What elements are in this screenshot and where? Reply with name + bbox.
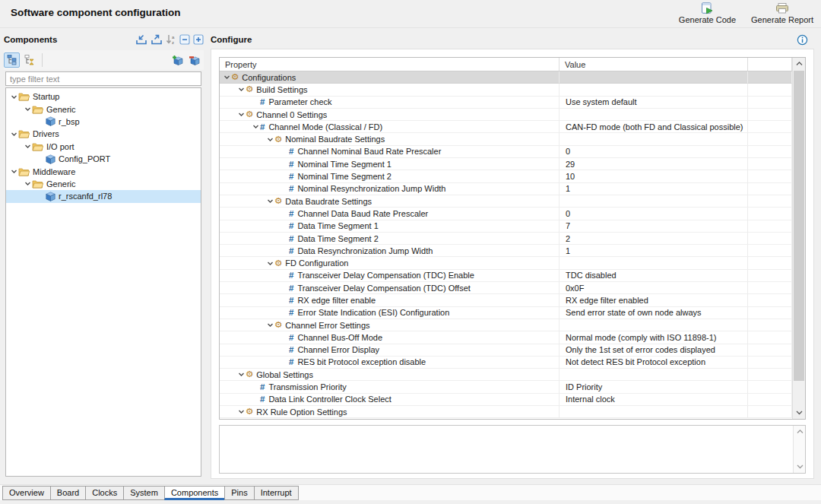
value-cell[interactable] [559,84,748,96]
value-cell[interactable]: ID Priority [559,381,748,393]
chevron-down-icon[interactable] [266,260,274,267]
value-cell[interactable] [559,369,748,381]
value-cell[interactable]: 0 [559,146,748,158]
value-cell[interactable]: Only the 1st set of error codes displaye… [559,344,748,357]
config-row-channel-nominal-baud-rate-prescaler[interactable]: #Channel Nominal Baud Rate Prescaler0 [220,146,792,158]
flat-view-icon[interactable] [4,52,20,68]
chevron-down-icon[interactable] [266,198,274,204]
config-row-nominal-time-segment-2[interactable]: #Nominal Time Segment 210 [220,170,792,182]
collapse-all-icon[interactable] [179,34,190,45]
tree-item-r-bsp[interactable]: r_bsp [6,116,201,128]
value-cell[interactable] [559,71,748,84]
chevron-down-icon[interactable] [266,136,274,143]
chevron-down-icon[interactable] [237,371,246,378]
tree-item-middleware[interactable]: Middleware [6,165,201,177]
value-cell[interactable]: 2 [559,233,748,245]
value-cell[interactable]: 0x0F [559,282,748,294]
import-icon[interactable] [135,34,147,45]
expand-all-icon[interactable] [193,34,204,45]
value-cell[interactable]: TDC disabled [559,270,748,282]
value-cell[interactable]: 1 [559,183,748,195]
config-row-res-bit-protocol-exception-disable[interactable]: #RES bit Protocol exception disableNot d… [220,357,792,369]
config-row-data-baudrate-settings[interactable]: ⚙Data Baudrate Settings [220,195,792,208]
info-icon[interactable] [797,34,808,46]
config-row-transceiver-delay-compensation-tdc-enable[interactable]: #Transceiver Delay Compensation (TDC) En… [220,270,792,282]
tree-item-generic[interactable]: Generic [6,178,201,190]
config-row-data-link-controller-clock-select[interactable]: #Data Link Controller Clock SelectIntern… [220,394,792,406]
add-component-icon[interactable] [172,55,184,66]
value-cell[interactable]: Internal clock [559,394,748,406]
chevron-down-icon[interactable] [24,180,32,187]
tab-components[interactable]: Components [164,486,225,500]
config-row-channel-data-baud-rate-prescaler[interactable]: #Channel Data Baud Rate Prescaler0 [220,208,792,220]
tab-board[interactable]: Board [50,486,86,500]
value-cell[interactable] [559,257,748,269]
value-cell[interactable]: 7 [559,220,748,233]
config-row-configurations[interactable]: ⚙Configurations [220,71,792,84]
value-cell[interactable]: Normal mode (comply with ISO 11898-1) [559,331,748,344]
chevron-down-icon[interactable] [223,74,231,81]
table-scrollbar[interactable] [792,58,805,419]
value-cell[interactable]: Send error state of own node always [559,307,748,319]
tree-item-r-rscanfd-rl78[interactable]: r_rscanfd_rl78 [6,190,201,202]
config-row-nominal-baudrate-settings[interactable]: ⚙Nominal Baudrate Settings [220,133,792,145]
chevron-down-icon[interactable] [237,408,246,415]
config-row-transmission-priority[interactable]: #Transmission PriorityID Priority [220,381,792,393]
sort-az-icon[interactable]: a z [166,34,176,45]
value-cell[interactable]: 0 [559,208,748,220]
tree-item-drivers[interactable]: Drivers [6,128,201,140]
chevron-down-icon[interactable] [237,111,246,118]
value-cell[interactable] [559,133,748,145]
value-cell[interactable] [559,109,748,121]
column-header-value[interactable]: Value [559,58,748,71]
chevron-down-icon[interactable] [24,106,32,113]
chevron-down-icon[interactable] [10,94,18,100]
config-row-fd-configuration[interactable]: ⚙FD Configuration [220,257,792,269]
remove-component-icon[interactable] [189,55,201,66]
tab-interrupt[interactable]: Interrupt [254,486,299,500]
config-row-rx-edge-filter-enable[interactable]: #RX edge filter enableRX edge filter ena… [220,294,792,306]
config-row-channel-error-settings[interactable]: ⚙Channel Error Settings [220,319,792,331]
value-cell[interactable]: Use system default [559,97,748,109]
config-row-channel-mode-classical-fd[interactable]: #Channel Mode (Classical / FD)CAN-FD mod… [220,121,792,133]
config-row-global-settings[interactable]: ⚙Global Settings [220,369,792,381]
chevron-down-icon[interactable] [252,123,260,130]
config-row-nominal-time-segment-1[interactable]: #Nominal Time Segment 129 [220,158,792,170]
value-cell[interactable]: 1 [559,245,748,257]
value-cell[interactable]: RX edge filter enabled [559,294,748,306]
tab-overview[interactable]: Overview [2,486,51,500]
scroll-up-icon[interactable] [793,58,805,70]
chevron-down-icon[interactable] [10,168,18,175]
config-row-build-settings[interactable]: ⚙Build Settings [220,84,792,96]
tree-item-generic[interactable]: Generic [6,103,201,115]
tree-item-config-port[interactable]: Config_PORT [6,153,201,165]
config-row-rx-rule-option-settings[interactable]: ⚙RX Rule Option Settings [220,406,792,418]
chevron-down-icon[interactable] [10,131,18,138]
filter-input[interactable] [5,71,201,86]
value-cell[interactable]: 29 [559,158,748,170]
tab-pins[interactable]: Pins [224,486,254,500]
value-cell[interactable] [559,406,748,418]
scroll-up-icon[interactable] [794,426,806,438]
config-row-channel-bus-off-mode[interactable]: #Channel Bus-Off ModeNormal mode (comply… [220,331,792,344]
column-header-property[interactable]: Property [220,58,559,71]
tab-clocks[interactable]: Clocks [85,486,124,500]
config-row-channel-error-display[interactable]: #Channel Error DisplayOnly the 1st set o… [220,344,792,357]
config-row-data-time-segment-1[interactable]: #Data Time Segment 17 [220,220,792,233]
value-cell[interactable]: Not detect RES bit Protocol exception [559,357,748,369]
chevron-down-icon[interactable] [24,143,32,150]
scrollbar-thumb[interactable] [794,71,804,381]
generate-report-button[interactable]: Generate Report [748,2,816,25]
config-row-nominal-resynchronization-jump-width[interactable]: #Nominal Resynchronization Jump Width1 [220,183,792,195]
tree-item-i-o-port[interactable]: I/O port [6,141,201,153]
config-row-transceiver-delay-compensation-tdc-offset[interactable]: #Transceiver Delay Compensation (TDC) Of… [220,282,792,294]
value-cell[interactable] [559,319,748,331]
value-cell[interactable]: 10 [559,170,748,182]
export-icon[interactable] [151,34,163,45]
value-cell[interactable]: CAN-FD mode (both FD and Classical possi… [559,121,748,133]
config-row-data-resynchronization-jump-width[interactable]: #Data Resynchronization Jump Width1 [220,245,792,257]
config-row-channel-0-settings[interactable]: ⚙Channel 0 Settings [220,109,792,121]
chevron-down-icon[interactable] [266,322,274,328]
config-row-error-state-indication-esi-configuration[interactable]: #Error State Indication (ESI) Configurat… [220,307,792,319]
config-row-parameter-check[interactable]: #Parameter checkUse system default [220,97,792,109]
